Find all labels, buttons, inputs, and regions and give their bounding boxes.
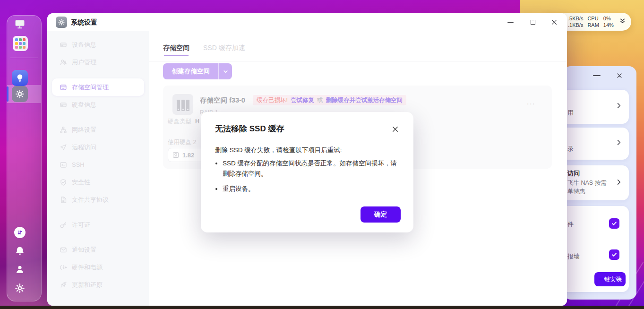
sidebar-item-remote-access[interactable]: 远程访问: [52, 138, 144, 156]
side-panel-window: 用 录 访问 飞牛 NAS 按需 单特惠 件 报墙 一键安装: [563, 66, 636, 300]
window-title: 系统设置: [71, 18, 97, 27]
update-restore-rocket-icon: [60, 281, 67, 289]
storage-space-name: 存储空间 f33-0: [200, 96, 245, 105]
dock-active-indicator: [7, 86, 9, 102]
panel-card-line-fragment: 飞牛 NAS 按需: [567, 179, 607, 187]
disks-used-label: 使用硬盘 2: [168, 138, 196, 146]
window-titlebar[interactable]: 系统设置: [47, 13, 567, 31]
chevron-right-icon: [615, 179, 622, 188]
chevron-right-icon: [615, 139, 622, 148]
or-text: 或: [317, 96, 323, 104]
user-icon[interactable]: [14, 264, 26, 275]
sidebar-item-security[interactable]: 安全性: [52, 173, 144, 191]
sidebar-item-ssh[interactable]: SSH: [52, 156, 144, 173]
tab-storage-space[interactable]: 存储空间: [163, 40, 189, 56]
try-repair-link[interactable]: 尝试修复: [291, 96, 314, 104]
storage-management-icon: [60, 84, 67, 91]
panel-card-line-fragment: 单特惠: [567, 188, 585, 196]
sidebar-item-label: 文件共享协议: [72, 196, 109, 204]
license-key-icon: [60, 221, 67, 229]
sidebar-item-device-info[interactable]: 设备信息: [52, 36, 144, 53]
remote-access-icon: [60, 144, 67, 151]
dialog-bullet: 重启设备。: [223, 184, 401, 194]
desktop: .5KB/s .1KB/s CPU RAM 0% 14% 用 录: [0, 0, 644, 309]
stat-labels: CPU RAM: [587, 15, 599, 28]
lightbulb-app-icon[interactable]: [12, 70, 28, 86]
sidebar-item-label: 设备信息: [72, 41, 96, 49]
sidebar-item-label: 网络设置: [72, 126, 96, 134]
sidebar-item-label: 更新和还原: [72, 281, 103, 289]
sidebar-item-user-management[interactable]: 用户管理: [52, 53, 144, 71]
sidebar-item-hardware-power[interactable]: 硬件和电源: [52, 258, 144, 276]
network-speeds: .5KB/s .1KB/s: [568, 15, 583, 28]
sidebar-item-label: 硬件和电源: [72, 263, 103, 272]
network-icon: [60, 126, 67, 134]
tab-bar-divider: [149, 61, 567, 61]
dialog-close-icon[interactable]: [391, 125, 399, 133]
panel-close-button[interactable]: [615, 71, 624, 80]
maximize-button[interactable]: [528, 17, 538, 27]
sidebar-item-license[interactable]: 许可证: [52, 216, 144, 233]
delete-cache-link[interactable]: 删除缓存并尝试激活存储空间: [326, 96, 403, 104]
device-info-icon: [60, 41, 67, 49]
panel-minimize-button[interactable]: [593, 75, 601, 76]
notifications-bell-icon[interactable]: [14, 245, 26, 257]
cpu-label: CPU: [587, 15, 599, 22]
panel-card-text-fragment: 录: [567, 145, 574, 153]
settings-gear-icon[interactable]: [12, 86, 28, 102]
gear-icon[interactable]: [14, 282, 26, 294]
sidebar-item-label: 许可证: [72, 221, 90, 229]
confirm-button[interactable]: 确定: [361, 206, 401, 223]
create-storage-label: 创建存储空间: [163, 63, 218, 79]
more-options-button[interactable]: ...: [527, 98, 536, 106]
disk-info-icon: [60, 101, 67, 109]
desktop-monitor-icon[interactable]: [13, 18, 26, 30]
install-checkbox-1[interactable]: [609, 218, 619, 229]
create-storage-button[interactable]: 创建存储空间: [163, 63, 232, 79]
stat-values: 0% 14%: [603, 15, 614, 28]
hardware-power-icon: [60, 264, 67, 271]
chevron-down-icon[interactable]: [219, 63, 232, 79]
net-down: .5KB/s: [568, 15, 583, 22]
storage-space-icon: [172, 94, 193, 115]
sidebar-item-disk-info[interactable]: 硬盘信息: [52, 96, 144, 113]
install-row1-fragment: 件: [567, 220, 574, 229]
cache-damaged-text: 缓存已损坏!: [257, 96, 288, 104]
dialog-checklist: SSD 缓存分配的存储空间状态是否正常。如存储空间损坏，请删除存储空间。 重启设…: [215, 158, 401, 198]
taskbar: [0, 306, 644, 309]
ram-value: 14%: [603, 22, 614, 28]
minimize-button[interactable]: [506, 17, 515, 27]
sidebar-item-network[interactable]: 网络设置: [52, 121, 144, 138]
dialog-intro-text: 删除 SSD 缓存失败，请检查以下项目后重试:: [215, 146, 342, 154]
transfer-icon[interactable]: [14, 227, 26, 238]
sidebar-item-notifications[interactable]: 通知设置: [52, 241, 144, 258]
cannot-remove-ssd-cache-dialog: 无法移除 SSD 缓存 删除 SSD 缓存失败，请检查以下项目后重试: SSD …: [201, 112, 413, 232]
dock-divider: [10, 58, 38, 58]
tab-ssd-cache[interactable]: SSD 缓存加速: [203, 40, 245, 56]
disk-size: 1.82: [182, 152, 194, 159]
sidebar-item-label: 通知设置: [72, 246, 96, 254]
settings-window-icon: [56, 17, 67, 28]
one-click-install-button[interactable]: 一键安装: [594, 272, 626, 286]
install-checkbox-2[interactable]: [609, 249, 619, 260]
net-up: .1KB/s: [568, 22, 583, 28]
user-management-icon: [60, 59, 67, 66]
file-sharing-icon: [60, 196, 67, 204]
cache-status-badge: 缓存已损坏! 尝试修复 或 删除缓存并尝试激活存储空间: [253, 95, 406, 105]
security-shield-icon: [60, 179, 67, 186]
dialog-bullet: SSD 缓存分配的存储空间状态是否正常。如存储空间损坏，请删除存储空间。: [223, 158, 401, 180]
sidebar-item-label: 硬盘信息: [72, 101, 96, 109]
disk-icon: [172, 151, 180, 159]
collapse-double-chevron-icon[interactable]: [619, 17, 626, 26]
sidebar-item-update-restore[interactable]: 更新和还原: [52, 276, 144, 293]
sidebar-item-label: SSH: [72, 161, 85, 168]
sidebar-item-label: 存储空间管理: [72, 83, 109, 92]
sidebar-item-label: 用户管理: [72, 58, 96, 67]
cpu-value: 0%: [603, 15, 614, 22]
disk-type-label: 硬盘类型: [168, 118, 191, 125]
sidebar-item-storage-management[interactable]: 存储空间管理: [52, 78, 144, 96]
sidebar-item-file-sharing[interactable]: 文件共享协议: [52, 191, 144, 208]
install-row2-fragment: 报墙: [567, 252, 580, 261]
settings-sidebar: 设备信息 用户管理 存储空间管理 硬盘信息 网络设置 远程访问: [47, 31, 149, 306]
close-button[interactable]: [550, 17, 559, 27]
